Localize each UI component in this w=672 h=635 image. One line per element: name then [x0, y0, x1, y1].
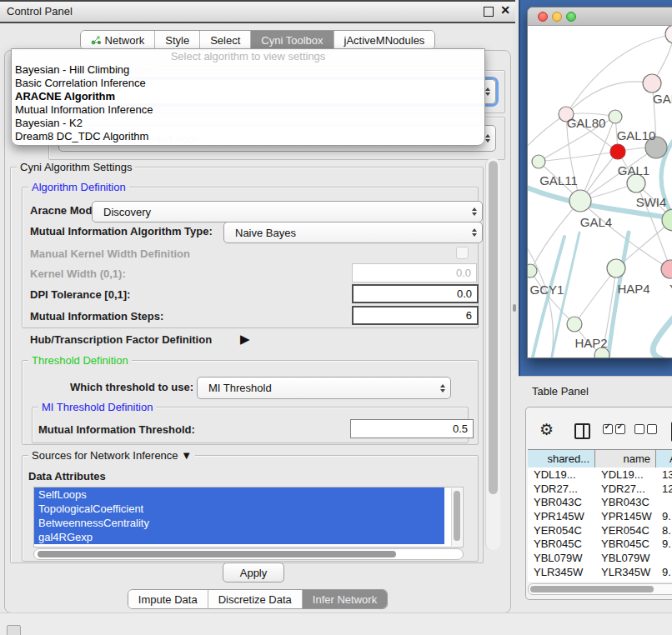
node-label: GAL1 — [618, 163, 649, 178]
table-row[interactable]: YIL052CYIL052C9 — [528, 579, 672, 582]
manual-kernel-checkbox[interactable] — [456, 247, 469, 259]
algorithm-dropdown-popup: Select algorithm to view settings Bayesi… — [11, 48, 485, 146]
table-cell: YLR345W — [595, 566, 656, 578]
show-columns-icon[interactable] — [603, 422, 628, 434]
aracne-mode-combo[interactable]: Discovery — [92, 201, 483, 222]
mi-steps-field[interactable]: 6 — [352, 306, 479, 325]
hide-columns-icon[interactable] — [634, 422, 659, 434]
table-cell: YPR145W — [595, 510, 656, 522]
expand-arrow-icon[interactable]: ▶ — [240, 332, 250, 347]
network-edge[interactable] — [574, 268, 616, 324]
table-cell: 9. — [656, 566, 672, 578]
data-attributes-list[interactable]: SelfLoopsTopologicalCoefficientBetweenne… — [33, 487, 464, 548]
node-label: SWI4 — [636, 195, 667, 209]
table-cell: YLR345W — [528, 566, 595, 578]
attribute-list-item[interactable]: gal4RGexp — [34, 530, 444, 544]
scrollbar-thumb[interactable] — [530, 586, 654, 592]
scrollbar-thumb[interactable] — [38, 551, 396, 558]
column-header-name[interactable]: name — [595, 450, 656, 468]
table-row[interactable]: YDL19...YDL19...13 — [528, 468, 672, 482]
attributes-horizontal-scrollbar[interactable] — [33, 548, 464, 560]
popup-item[interactable]: Bayesian - K2 — [12, 117, 484, 130]
tab-infer-network[interactable]: Infer Network — [303, 590, 387, 608]
table-row[interactable]: YPR145WYPR145W9. — [528, 509, 672, 523]
network-edge[interactable] — [528, 241, 553, 358]
network-edge[interactable] — [539, 152, 618, 162]
tab-jactivemnodules[interactable]: jActiveMNodules — [334, 31, 435, 49]
network-node[interactable] — [607, 259, 625, 278]
table-panel-container: ⚙ shared... name A YDL19...YDL19...13YDR… — [525, 407, 672, 600]
table-cell: YBR043C — [528, 496, 595, 508]
table-row[interactable]: YDR27...YDR27...12 — [528, 482, 672, 496]
attributes-vertical-scrollbar[interactable] — [451, 488, 462, 546]
network-node[interactable] — [643, 74, 661, 92]
collapse-arrow-icon[interactable]: ▼ — [181, 449, 192, 462]
network-edge-thick[interactable] — [653, 311, 672, 358]
table-row[interactable]: YBR045CYBR045C9. — [528, 537, 672, 551]
network-canvas[interactable]: GALGAL80GAL10GAL1GAL11SWI4GAL4GCY1HAP4YH… — [528, 26, 672, 358]
table-row[interactable]: YBL079WYBL079W — [528, 551, 672, 565]
table-row[interactable]: YER054CYER054C8. — [528, 523, 672, 538]
attribute-list-item[interactable]: BetweennessCentrality — [34, 516, 444, 530]
network-node[interactable] — [610, 144, 625, 159]
close-traffic-light-icon[interactable] — [538, 12, 548, 22]
control-panel-tabbar: Network Style Select Cyni Toolbox jActiv… — [0, 30, 515, 50]
popup-item[interactable]: Mutual Information Inference — [12, 103, 484, 117]
table-row[interactable]: YBR043CYBR043C — [528, 495, 672, 509]
network-node[interactable] — [665, 26, 672, 43]
algorithm-definition-title: Algorithm Definition — [28, 181, 129, 193]
table-row[interactable]: YLR345WYLR345W9. — [528, 565, 672, 579]
tab-network[interactable]: Network — [81, 31, 156, 49]
apply-button[interactable]: Apply — [223, 562, 284, 582]
dpi-tolerance-field[interactable]: 0.0 — [352, 284, 479, 303]
zoom-traffic-light-icon[interactable] — [566, 12, 576, 22]
tab-discretize-data[interactable]: Discretize Data — [208, 590, 303, 608]
table-horizontal-scrollbar[interactable] — [528, 583, 672, 595]
column-view-icon[interactable] — [574, 423, 590, 439]
network-node[interactable] — [528, 264, 537, 278]
tab-style[interactable]: Style — [155, 31, 200, 49]
gear-icon[interactable]: ⚙ — [539, 420, 554, 439]
node-label: GAL — [653, 92, 672, 106]
tab-impute-data[interactable]: Impute Data — [128, 590, 208, 608]
attribute-list-item[interactable]: SelfLoops — [34, 488, 444, 502]
network-node[interactable] — [661, 260, 672, 278]
popup-item[interactable]: Dream8 DC_TDC Algorithm — [12, 130, 484, 143]
mi-threshold-label: Mutual Information Threshold: — [38, 423, 195, 436]
mi-threshold-field[interactable]: 0.5 — [350, 419, 474, 438]
kernel-width-label: Kernel Width (0,1): — [30, 268, 126, 280]
column-header-shared[interactable]: shared... — [528, 450, 595, 468]
settings-group-title: Cyni Algorithm Settings — [17, 161, 135, 173]
scrollbar-thumb[interactable] — [489, 161, 498, 494]
network-node[interactable] — [609, 110, 622, 123]
network-node[interactable] — [532, 155, 545, 168]
popup-item[interactable]: Basic Correlation Inference — [12, 77, 484, 90]
which-threshold-combo[interactable]: MI Threshold — [197, 377, 451, 399]
settings-vertical-scrollbar[interactable] — [485, 158, 500, 550]
minimize-traffic-light-icon[interactable] — [552, 12, 562, 22]
scrollbar-thumb[interactable] — [454, 491, 460, 541]
network-edge[interactable] — [566, 82, 652, 114]
combo-arrows-icon — [440, 384, 445, 392]
node-label: GAL11 — [539, 173, 578, 188]
popup-item[interactable]: ARACNE Algorithm — [12, 90, 484, 103]
network-window-titlebar[interactable] — [528, 8, 672, 26]
network-node[interactable] — [567, 317, 582, 332]
attribute-list-item[interactable]: TopologicalCoefficient — [34, 502, 444, 516]
network-node[interactable] — [569, 190, 591, 212]
kernel-width-field[interactable]: 0.0 — [352, 263, 477, 282]
node-table: shared... name A — [528, 449, 672, 468]
minimized-panel-icon[interactable] — [7, 625, 21, 635]
table-cell: YER054C — [528, 524, 595, 537]
popup-item[interactable]: Bayesian - Hill Climbing — [12, 63, 484, 77]
tab-network-label: Network — [105, 34, 145, 47]
network-window[interactable]: GALGAL80GAL10GAL1GAL11SWI4GAL4GCY1HAP4YH… — [527, 7, 672, 358]
mi-type-combo[interactable]: Naive Bayes — [223, 222, 483, 243]
close-icon[interactable]: ✕ — [500, 3, 510, 17]
tab-select[interactable]: Select — [200, 31, 251, 49]
network-edge-thick[interactable] — [532, 237, 564, 358]
tab-cyni-toolbox[interactable]: Cyni Toolbox — [251, 31, 333, 49]
panel-divider-handle[interactable] — [513, 304, 516, 312]
float-window-icon[interactable] — [484, 7, 494, 17]
column-header-third[interactable]: A — [656, 450, 672, 468]
